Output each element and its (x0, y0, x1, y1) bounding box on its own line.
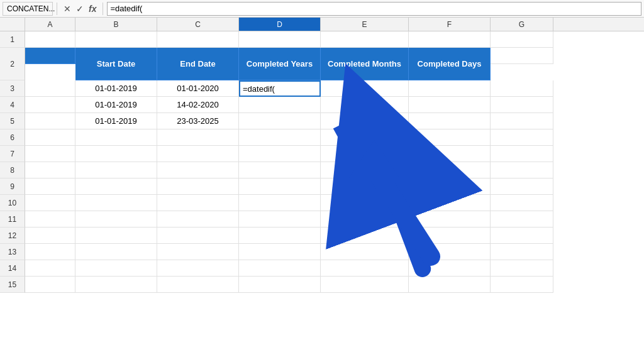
cell-b8[interactable] (75, 162, 157, 178)
cell-c12[interactable] (157, 228, 239, 244)
cell-g2[interactable] (491, 48, 553, 64)
row-header-4[interactable]: 4 (0, 97, 25, 113)
col-header-c[interactable]: C (157, 18, 239, 31)
cell-e13[interactable] (321, 244, 409, 260)
cell-g4[interactable] (491, 97, 553, 113)
name-box[interactable]: CONCATEN... (3, 2, 53, 16)
cell-e3[interactable] (321, 80, 409, 97)
cell-b15[interactable] (75, 277, 157, 293)
cell-c3[interactable]: 01-01-2020 (157, 80, 239, 97)
row-header-1[interactable]: 1 (0, 31, 25, 48)
cell-f12[interactable] (409, 228, 491, 244)
cell-g8[interactable] (491, 162, 553, 178)
cell-e15[interactable] (321, 277, 409, 293)
cell-d1[interactable] (239, 31, 321, 48)
cell-d14[interactable] (239, 260, 321, 277)
col-header-b[interactable]: B (75, 18, 157, 31)
formula-input-area[interactable]: =datedif( (107, 2, 641, 16)
cell-e6[interactable] (321, 129, 409, 146)
cell-e5[interactable] (321, 113, 409, 129)
cell-g7[interactable] (491, 146, 553, 162)
cell-b10[interactable] (75, 195, 157, 211)
cell-d9[interactable] (239, 178, 321, 195)
cell-d6[interactable] (239, 129, 321, 146)
cell-b6[interactable] (75, 129, 157, 146)
cell-c2-header[interactable]: End Date (157, 48, 239, 80)
cell-g3[interactable] (491, 80, 553, 97)
cell-a14[interactable] (25, 260, 75, 277)
cell-c9[interactable] (157, 178, 239, 195)
cell-e4[interactable] (321, 97, 409, 113)
cell-g15[interactable] (491, 277, 553, 293)
cell-a9[interactable] (25, 178, 75, 195)
col-header-a[interactable]: A (25, 18, 75, 31)
cell-e14[interactable] (321, 260, 409, 277)
cell-c14[interactable] (157, 260, 239, 277)
row-header-7[interactable]: 7 (0, 146, 25, 162)
cell-a8[interactable] (25, 162, 75, 178)
cell-b1[interactable] (75, 31, 157, 48)
cell-e2-header[interactable]: Completed Months (321, 48, 409, 80)
cell-b3[interactable]: 01-01-2019 (75, 80, 157, 97)
cell-g1[interactable] (491, 31, 553, 48)
cell-c8[interactable] (157, 162, 239, 178)
cell-b9[interactable] (75, 178, 157, 195)
cell-e7[interactable] (321, 146, 409, 162)
cell-g14[interactable] (491, 260, 553, 277)
cell-g12[interactable] (491, 228, 553, 244)
cell-a15[interactable] (25, 277, 75, 293)
cell-f2-header[interactable]: Completed Days (409, 48, 491, 80)
confirm-icon[interactable]: ✓ (76, 4, 84, 14)
fx-icon[interactable]: fx (89, 4, 96, 14)
row-header-11[interactable]: 11 (0, 211, 25, 228)
cell-a6[interactable] (25, 129, 75, 146)
cell-g6[interactable] (491, 129, 553, 146)
cell-a4[interactable] (25, 97, 75, 113)
cell-b4[interactable]: 01-01-2019 (75, 97, 157, 113)
cell-f1[interactable] (409, 31, 491, 48)
row-header-10[interactable]: 10 (0, 195, 25, 211)
cell-a7[interactable] (25, 146, 75, 162)
cell-b13[interactable] (75, 244, 157, 260)
cell-d15[interactable] (239, 277, 321, 293)
cell-d8[interactable] (239, 162, 321, 178)
cell-b12[interactable] (75, 228, 157, 244)
cell-a1[interactable] (25, 31, 75, 48)
cell-c13[interactable] (157, 244, 239, 260)
cell-f14[interactable] (409, 260, 491, 277)
cell-c4[interactable]: 14-02-2020 (157, 97, 239, 113)
col-header-g[interactable]: G (491, 18, 553, 31)
cell-a2[interactable] (25, 48, 75, 64)
cell-e11[interactable] (321, 211, 409, 228)
cell-d4[interactable] (239, 97, 321, 113)
cell-a12[interactable] (25, 228, 75, 244)
row-header-2[interactable]: 2 (0, 48, 25, 80)
cell-d12[interactable] (239, 228, 321, 244)
row-header-14[interactable]: 14 (0, 260, 25, 277)
cell-c11[interactable] (157, 211, 239, 228)
col-header-e[interactable]: E (321, 18, 409, 31)
cell-b11[interactable] (75, 211, 157, 228)
cell-f3[interactable] (409, 80, 491, 97)
cell-d3-active[interactable]: =datedif( DATEDIF() (239, 80, 321, 97)
cell-a11[interactable] (25, 211, 75, 228)
cell-g5[interactable] (491, 113, 553, 129)
cell-e8[interactable] (321, 162, 409, 178)
cell-f9[interactable] (409, 178, 491, 195)
cell-c5[interactable]: 23-03-2025 (157, 113, 239, 129)
cell-c6[interactable] (157, 129, 239, 146)
row-header-3[interactable]: 3 (0, 80, 25, 97)
cell-d2-header[interactable]: Completed Years (239, 48, 321, 80)
cell-d13[interactable] (239, 244, 321, 260)
cell-f13[interactable] (409, 244, 491, 260)
cell-a10[interactable] (25, 195, 75, 211)
cell-e10[interactable] (321, 195, 409, 211)
cell-d5[interactable] (239, 113, 321, 129)
row-header-13[interactable]: 13 (0, 244, 25, 260)
cell-b14[interactable] (75, 260, 157, 277)
cell-f5[interactable] (409, 113, 491, 129)
cell-b5[interactable]: 01-01-2019 (75, 113, 157, 129)
row-header-8[interactable]: 8 (0, 162, 25, 178)
cancel-icon[interactable]: ✕ (64, 4, 71, 14)
cell-b7[interactable] (75, 146, 157, 162)
